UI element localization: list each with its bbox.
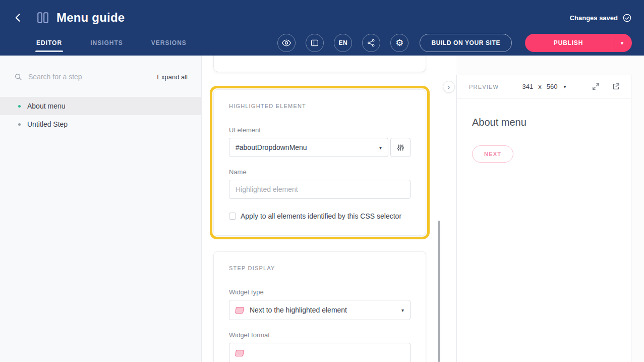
gear-icon: ⚙	[395, 38, 403, 47]
widget-format-select[interactable]	[229, 343, 411, 362]
publish-split-button: PUBLISH ▾	[525, 34, 632, 52]
chevron-down-icon: ▾	[564, 84, 566, 89]
preview-header: PREVIEW 341 x 560 ▾	[457, 75, 631, 98]
preview-dimensions-dropdown[interactable]: 341 x 560 ▾	[522, 83, 566, 90]
topbar-actions: EN ⚙ BUILD ON YOUR SITE PUBLISH ▾	[277, 34, 632, 52]
step-label: About menu	[27, 102, 66, 110]
tune-sliders-icon	[396, 143, 405, 152]
step-list-item-about-menu[interactable]: About menu	[0, 97, 201, 115]
check-circle-icon	[622, 13, 632, 23]
topbar: Menu guide Changes saved EDITOR INSIGHTS…	[0, 0, 644, 56]
build-on-your-site-button[interactable]: BUILD ON YOUR SITE	[420, 34, 512, 52]
step-status-dot	[18, 123, 21, 126]
preview-width-value: 341	[522, 83, 534, 90]
ui-element-select[interactable]: #aboutDropdownMenu ▾	[229, 138, 388, 157]
editor-scrollbar-thumb[interactable]	[438, 221, 440, 362]
page-title: Menu guide	[56, 11, 125, 25]
search-icon	[14, 73, 23, 81]
apply-all-label: Apply to all elements identified by this…	[241, 212, 401, 220]
layout-button[interactable]	[306, 34, 324, 52]
editor-cards: HIGHLIGHTED ELEMENT UI element #aboutDro…	[213, 56, 426, 362]
tab-insights[interactable]: INSIGHTS	[90, 39, 123, 46]
widget-shape-icon	[235, 350, 244, 356]
preview-eye-button[interactable]	[277, 34, 296, 52]
widget-format-label: Widget format	[229, 331, 411, 339]
preview-label: PREVIEW	[469, 84, 499, 90]
chevron-down-icon: ▾	[379, 145, 382, 150]
publish-button[interactable]: PUBLISH	[525, 34, 612, 52]
highlighted-element-card-body: HIGHLIGHTED ELEMENT UI element #aboutDro…	[214, 90, 426, 235]
chevron-down-icon: ▾	[621, 40, 624, 46]
settings-button[interactable]: ⚙	[390, 34, 408, 52]
apply-all-checkbox[interactable]	[229, 213, 236, 220]
share-icon	[367, 38, 376, 47]
widget-type-value: Next to the highlighted element	[250, 306, 347, 314]
preview-step-title: About menu	[472, 117, 616, 128]
step-list-item-untitled-step[interactable]: Untitled Step	[0, 115, 201, 133]
preview-body: About menu NEXT	[457, 98, 631, 177]
name-label: Name	[229, 168, 411, 176]
selector-settings-button[interactable]	[390, 138, 411, 157]
highlighted-element-ring: HIGHLIGHTED ELEMENT UI element #aboutDro…	[210, 86, 430, 239]
editor-panel: HIGHLIGHTED ELEMENT UI element #aboutDro…	[202, 56, 456, 362]
language-label: EN	[339, 39, 348, 46]
collapse-preview-button[interactable]: ›	[443, 81, 455, 93]
previous-settings-card	[213, 56, 426, 72]
dimensions-separator: x	[538, 83, 542, 90]
preview-card: PREVIEW 341 x 560 ▾	[456, 75, 631, 362]
highlighted-element-name-input[interactable]	[229, 180, 411, 199]
changes-saved-status: Changes saved	[570, 13, 632, 23]
back-button[interactable]	[11, 11, 25, 25]
expand-diagonal-icon	[592, 82, 600, 91]
open-in-new-tab-button[interactable]	[610, 80, 623, 93]
highlighted-element-card: HIGHLIGHTED ELEMENT UI element #aboutDro…	[213, 89, 426, 236]
topbar-title-row: Menu guide Changes saved	[0, 0, 644, 30]
chevron-right-icon: ›	[448, 83, 450, 91]
changes-saved-text: Changes saved	[570, 14, 618, 22]
step-list: About menu Untitled Step	[0, 97, 201, 133]
widget-type-select[interactable]: Next to the highlighted element ▾	[229, 300, 411, 320]
ui-element-label: UI element	[229, 126, 411, 134]
expand-preview-button[interactable]	[590, 80, 603, 93]
step-display-card-body: STEP DISPLAY Widget type Next to the hig…	[214, 252, 426, 362]
content-row: Expand all About menu Untitled Step	[0, 56, 644, 362]
app-logo-icon	[35, 10, 50, 25]
step-search-input[interactable]	[28, 73, 157, 81]
step-status-dot	[18, 105, 21, 108]
section-title-highlighted-element: HIGHLIGHTED ELEMENT	[229, 103, 411, 109]
tab-versions[interactable]: VERSIONS	[151, 39, 187, 46]
preview-header-icons	[590, 80, 623, 93]
preview-height-value: 560	[547, 83, 558, 90]
publish-dropdown-toggle[interactable]: ▾	[612, 34, 632, 52]
chevron-down-icon: ▾	[401, 307, 404, 313]
steps-sidebar: Expand all About menu Untitled Step	[0, 56, 202, 362]
tab-editor[interactable]: EDITOR	[36, 39, 62, 46]
language-button[interactable]: EN	[334, 34, 352, 52]
preview-next-button[interactable]: NEXT	[472, 145, 513, 163]
widget-type-label: Widget type	[229, 288, 411, 296]
ui-element-value: #aboutDropdownMenu	[236, 143, 307, 151]
step-label: Untitled Step	[27, 120, 68, 128]
step-search-row: Expand all	[0, 67, 201, 87]
app-root: Menu guide Changes saved EDITOR INSIGHTS…	[0, 0, 644, 362]
step-display-card: STEP DISPLAY Widget type Next to the hig…	[213, 251, 426, 362]
ui-element-row: #aboutDropdownMenu ▾	[229, 138, 411, 157]
eye-icon	[281, 38, 291, 48]
preview-panel: PREVIEW 341 x 560 ▾	[456, 56, 644, 362]
share-button[interactable]	[362, 34, 380, 52]
chevron-left-icon	[13, 13, 23, 23]
apply-all-row: Apply to all elements identified by this…	[229, 212, 411, 220]
layout-icon	[310, 38, 319, 47]
expand-all-link[interactable]: Expand all	[157, 73, 188, 81]
external-link-icon	[612, 82, 620, 91]
topbar-nav-row: EDITOR INSIGHTS VERSIONS EN	[0, 30, 644, 56]
widget-shape-icon	[235, 307, 244, 314]
section-title-step-display: STEP DISPLAY	[229, 265, 411, 271]
